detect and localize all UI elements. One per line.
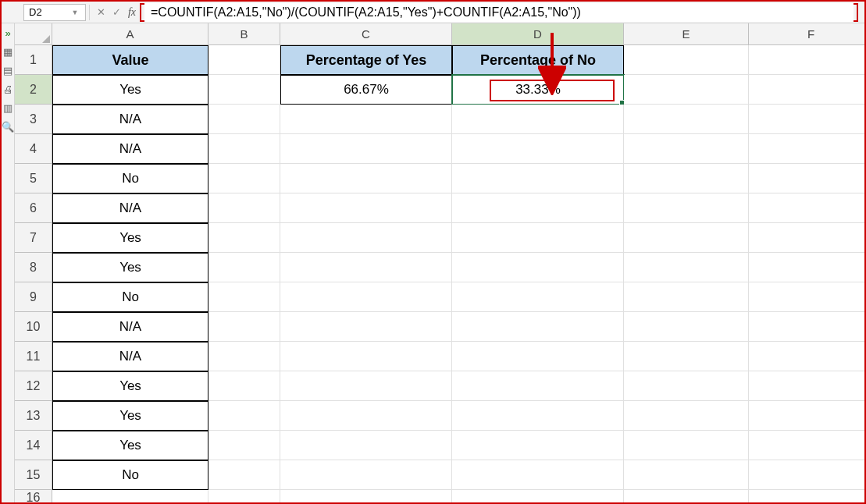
cell-B1[interactable] bbox=[208, 45, 280, 75]
cell-B2[interactable] bbox=[208, 75, 280, 105]
cell-B16[interactable] bbox=[208, 490, 280, 502]
cell-E5[interactable] bbox=[624, 164, 749, 193]
cell-D14[interactable] bbox=[452, 431, 624, 460]
cell-D10[interactable] bbox=[452, 312, 624, 342]
row-header-7[interactable]: 7 bbox=[15, 223, 52, 253]
cell-F6[interactable] bbox=[749, 193, 866, 223]
cell-E6[interactable] bbox=[624, 193, 749, 223]
cell-C16[interactable] bbox=[280, 490, 452, 502]
cell-B9[interactable] bbox=[208, 282, 280, 312]
cell-A1[interactable]: Value bbox=[52, 45, 208, 75]
cell-A16[interactable] bbox=[52, 490, 208, 502]
row-header-10[interactable]: 10 bbox=[15, 312, 52, 342]
row-header-4[interactable]: 4 bbox=[15, 134, 52, 164]
formula-input[interactable]: =COUNTIF(A2:A15,"No")/(COUNTIF(A2:A15,"Y… bbox=[144, 3, 854, 22]
row-header-8[interactable]: 8 bbox=[15, 253, 52, 282]
cell-F15[interactable] bbox=[749, 460, 866, 490]
cell-D12[interactable] bbox=[452, 371, 624, 401]
cell-E15[interactable] bbox=[624, 460, 749, 490]
row-header-11[interactable]: 11 bbox=[15, 342, 52, 371]
cell-F13[interactable] bbox=[749, 401, 866, 431]
cell-A7[interactable]: Yes bbox=[52, 223, 208, 253]
cell-C15[interactable] bbox=[280, 460, 452, 490]
row-header-1[interactable]: 1 bbox=[15, 45, 52, 75]
cell-C3[interactable] bbox=[280, 105, 452, 134]
cell-B4[interactable] bbox=[208, 134, 280, 164]
cell-D8[interactable] bbox=[452, 253, 624, 282]
cell-E7[interactable] bbox=[624, 223, 749, 253]
cell-B3[interactable] bbox=[208, 105, 280, 134]
cell-C4[interactable] bbox=[280, 134, 452, 164]
col-header-B[interactable]: B bbox=[208, 23, 280, 45]
cell-D15[interactable] bbox=[452, 460, 624, 490]
cell-B12[interactable] bbox=[208, 371, 280, 401]
cell-A14[interactable]: Yes bbox=[52, 431, 208, 460]
row-header-13[interactable]: 13 bbox=[15, 401, 52, 431]
cell-E16[interactable] bbox=[624, 490, 749, 502]
toolbar-icon-1[interactable]: ▦ bbox=[2, 45, 14, 58]
cell-F7[interactable] bbox=[749, 223, 866, 253]
toolbar-icon-4[interactable]: ▥ bbox=[2, 101, 14, 114]
cell-F2[interactable] bbox=[749, 75, 866, 105]
cell-D9[interactable] bbox=[452, 282, 624, 312]
cell-E14[interactable] bbox=[624, 431, 749, 460]
cell-B10[interactable] bbox=[208, 312, 280, 342]
cell-B5[interactable] bbox=[208, 164, 280, 193]
cell-A3[interactable]: N/A bbox=[52, 105, 208, 134]
cell-A4[interactable]: N/A bbox=[52, 134, 208, 164]
cell-D3[interactable] bbox=[452, 105, 624, 134]
cell-D7[interactable] bbox=[452, 223, 624, 253]
cell-F5[interactable] bbox=[749, 164, 866, 193]
cell-C13[interactable] bbox=[280, 401, 452, 431]
expand-ribbon-icon[interactable]: » bbox=[2, 27, 14, 39]
cell-C2[interactable]: 66.67% bbox=[280, 75, 452, 105]
cell-E4[interactable] bbox=[624, 134, 749, 164]
row-header-16[interactable]: 16 bbox=[15, 490, 52, 502]
cell-A11[interactable]: N/A bbox=[52, 342, 208, 371]
cell-F4[interactable] bbox=[749, 134, 866, 164]
cell-A6[interactable]: N/A bbox=[52, 193, 208, 223]
row-header-9[interactable]: 9 bbox=[15, 282, 52, 312]
cell-E10[interactable] bbox=[624, 312, 749, 342]
cell-C6[interactable] bbox=[280, 193, 452, 223]
cell-E9[interactable] bbox=[624, 282, 749, 312]
toolbar-icon-2[interactable]: ▤ bbox=[2, 64, 14, 76]
row-header-15[interactable]: 15 bbox=[15, 460, 52, 490]
cell-A9[interactable]: No bbox=[52, 282, 208, 312]
col-header-D[interactable]: D bbox=[452, 23, 624, 45]
cell-B7[interactable] bbox=[208, 223, 280, 253]
cell-B13[interactable] bbox=[208, 401, 280, 431]
cell-F14[interactable] bbox=[749, 431, 866, 460]
cell-A2[interactable]: Yes bbox=[52, 75, 208, 105]
cell-E11[interactable] bbox=[624, 342, 749, 371]
cell-D16[interactable] bbox=[452, 490, 624, 502]
col-header-F[interactable]: F bbox=[749, 23, 866, 45]
cell-C14[interactable] bbox=[280, 431, 452, 460]
cell-D1[interactable]: Percentage of No bbox=[452, 45, 624, 75]
cell-A13[interactable]: Yes bbox=[52, 401, 208, 431]
find-icon[interactable]: 🔍 bbox=[2, 120, 14, 133]
cell-F8[interactable] bbox=[749, 253, 866, 282]
cell-F12[interactable] bbox=[749, 371, 866, 401]
cell-A12[interactable]: Yes bbox=[52, 371, 208, 401]
cell-B14[interactable] bbox=[208, 431, 280, 460]
row-header-6[interactable]: 6 bbox=[15, 193, 52, 223]
cell-F10[interactable] bbox=[749, 312, 866, 342]
select-all-corner[interactable] bbox=[15, 23, 52, 45]
cell-E12[interactable] bbox=[624, 371, 749, 401]
col-header-C[interactable]: C bbox=[280, 23, 452, 45]
cell-C7[interactable] bbox=[280, 223, 452, 253]
cancel-formula-button[interactable]: ✕ bbox=[93, 5, 109, 20]
cell-E1[interactable] bbox=[624, 45, 749, 75]
row-header-3[interactable]: 3 bbox=[15, 105, 52, 134]
cell-A15[interactable]: No bbox=[52, 460, 208, 490]
cell-F11[interactable] bbox=[749, 342, 866, 371]
cell-B6[interactable] bbox=[208, 193, 280, 223]
cell-B15[interactable] bbox=[208, 460, 280, 490]
cell-F3[interactable] bbox=[749, 105, 866, 134]
cell-C10[interactable] bbox=[280, 312, 452, 342]
cell-E8[interactable] bbox=[624, 253, 749, 282]
cell-C8[interactable] bbox=[280, 253, 452, 282]
cell-C11[interactable] bbox=[280, 342, 452, 371]
cell-F1[interactable] bbox=[749, 45, 866, 75]
